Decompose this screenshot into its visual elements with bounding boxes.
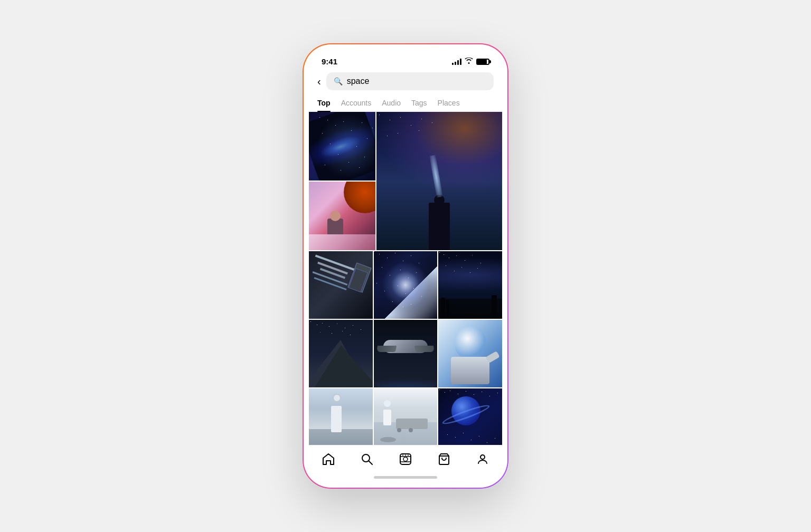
battery-icon [476, 59, 489, 65]
grid-cell-mountain-sky[interactable] [309, 320, 373, 387]
signal-bars-icon [452, 59, 461, 65]
grid-cell-astronaut-figure[interactable] [309, 182, 375, 250]
svg-point-8 [408, 455, 409, 456]
status-icons [452, 58, 489, 65]
grid-cell-nebula-person[interactable] [376, 112, 502, 250]
search-nav-button[interactable] [356, 451, 378, 468]
tab-places[interactable]: Places [438, 94, 460, 111]
back-button[interactable]: ‹ [317, 75, 321, 88]
search-bar-row: ‹ 🔍 space [309, 70, 502, 94]
home-indicator [309, 472, 502, 482]
home-nav-button[interactable] [318, 451, 339, 468]
search-value: space [347, 77, 370, 86]
grid-cell-galaxy-core[interactable] [374, 251, 438, 319]
tab-tags[interactable]: Tags [411, 94, 427, 111]
svg-point-3 [403, 457, 408, 461]
search-icon-small: 🔍 [334, 77, 343, 86]
tab-top[interactable]: Top [317, 94, 331, 111]
phone-shell: 9:41 [303, 43, 508, 489]
grid-cell-spaceship[interactable] [374, 320, 438, 387]
phone-screen: 9:41 [309, 50, 502, 482]
reels-nav-button[interactable] [395, 451, 416, 468]
home-bar [374, 476, 437, 479]
bottom-nav [309, 445, 502, 472]
grid-cell-moon-figure[interactable] [309, 388, 373, 445]
shop-nav-button[interactable] [433, 451, 455, 468]
tab-audio[interactable]: Audio [382, 94, 401, 111]
svg-point-7 [405, 455, 406, 456]
grid-cell-saturn-planet[interactable] [438, 388, 502, 445]
tab-accounts[interactable]: Accounts [341, 94, 372, 111]
grid-cell-moon-rover[interactable] [374, 388, 438, 445]
status-time: 9:41 [322, 57, 337, 66]
svg-line-1 [369, 461, 372, 464]
grid-cell-space-station[interactable] [309, 251, 373, 319]
search-box[interactable]: 🔍 space [326, 72, 494, 90]
profile-nav-button[interactable] [472, 451, 493, 468]
grid-cell-milky-way[interactable] [438, 251, 502, 319]
svg-point-10 [480, 455, 485, 459]
svg-point-6 [402, 455, 403, 456]
phone-frame: 9:41 [303, 43, 508, 489]
grid-cell-galaxy[interactable] [309, 112, 375, 180]
wifi-icon [465, 58, 473, 65]
status-bar: 9:41 [309, 50, 502, 70]
photo-grid[interactable] [309, 112, 502, 445]
tabs-row: Top Accounts Audio Tags Places [309, 94, 502, 112]
grid-cell-spacewalk[interactable] [438, 320, 502, 387]
